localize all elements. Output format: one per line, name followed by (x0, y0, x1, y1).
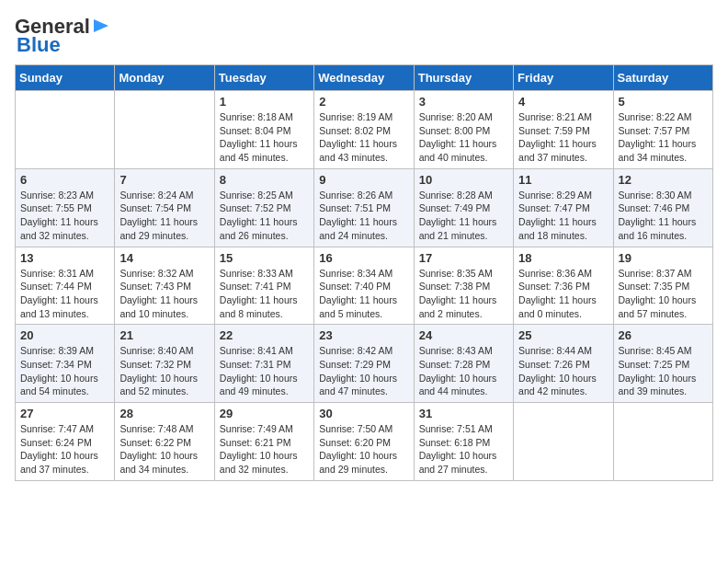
day-number: 29 (220, 407, 309, 420)
day-detail: Sunrise: 8:36 AMSunset: 7:36 PMDaylight:… (518, 267, 608, 321)
calendar-cell: 5Sunrise: 8:22 AMSunset: 7:57 PMDaylight… (613, 91, 712, 169)
logo-blue: Blue (17, 33, 61, 57)
day-number: 21 (119, 328, 209, 342)
day-detail: Sunrise: 8:41 AMSunset: 7:31 PMDaylight:… (220, 344, 309, 398)
calendar-cell: 29Sunrise: 7:49 AMSunset: 6:21 PMDayligh… (214, 403, 313, 481)
day-number: 24 (419, 328, 508, 342)
calendar-header-thursday: Thursday (414, 65, 513, 91)
day-number: 8 (220, 173, 309, 187)
calendar-cell: 19Sunrise: 8:37 AMSunset: 7:35 PMDayligh… (613, 247, 712, 325)
day-detail: Sunrise: 8:37 AMSunset: 7:35 PMDaylight:… (619, 267, 708, 321)
day-number: 5 (619, 95, 708, 109)
calendar-cell (514, 403, 613, 481)
day-number: 16 (319, 251, 408, 265)
calendar-cell: 23Sunrise: 8:42 AMSunset: 7:29 PMDayligh… (314, 325, 414, 403)
calendar-cell: 24Sunrise: 8:43 AMSunset: 7:28 PMDayligh… (414, 325, 513, 403)
day-detail: Sunrise: 8:43 AMSunset: 7:28 PMDaylight:… (419, 344, 508, 398)
day-number: 27 (20, 407, 109, 420)
day-number: 11 (518, 173, 608, 187)
day-detail: Sunrise: 7:47 AMSunset: 6:24 PMDaylight:… (20, 422, 109, 477)
calendar-week-5: 27Sunrise: 7:47 AMSunset: 6:24 PMDayligh… (16, 403, 713, 481)
day-number: 19 (619, 251, 708, 265)
day-number: 14 (119, 251, 209, 265)
day-detail: Sunrise: 8:26 AMSunset: 7:51 PMDaylight:… (319, 189, 408, 243)
day-detail: Sunrise: 8:30 AMSunset: 7:46 PMDaylight:… (619, 189, 708, 243)
calendar-cell: 1Sunrise: 8:18 AMSunset: 8:04 PMDaylight… (214, 91, 313, 169)
calendar-cell: 28Sunrise: 7:48 AMSunset: 6:22 PMDayligh… (115, 403, 214, 481)
calendar-cell (613, 403, 712, 481)
day-detail: Sunrise: 8:23 AMSunset: 7:55 PMDaylight:… (20, 189, 109, 243)
calendar-cell: 16Sunrise: 8:34 AMSunset: 7:40 PMDayligh… (314, 247, 414, 325)
day-detail: Sunrise: 8:29 AMSunset: 7:47 PMDaylight:… (518, 189, 608, 243)
day-detail: Sunrise: 8:35 AMSunset: 7:38 PMDaylight:… (419, 267, 508, 321)
day-number: 6 (20, 173, 109, 187)
calendar-header-sunday: Sunday (16, 65, 115, 91)
calendar-cell: 22Sunrise: 8:41 AMSunset: 7:31 PMDayligh… (214, 325, 313, 403)
calendar-cell: 7Sunrise: 8:24 AMSunset: 7:54 PMDaylight… (115, 168, 214, 247)
svg-marker-0 (94, 19, 108, 32)
calendar-cell: 14Sunrise: 8:32 AMSunset: 7:43 PMDayligh… (115, 247, 214, 325)
calendar-header-monday: Monday (115, 65, 214, 91)
calendar-cell: 31Sunrise: 7:51 AMSunset: 6:18 PMDayligh… (414, 403, 513, 481)
day-number: 30 (319, 407, 408, 420)
day-number: 2 (319, 95, 408, 109)
calendar-week-4: 20Sunrise: 8:39 AMSunset: 7:34 PMDayligh… (16, 325, 713, 403)
calendar-header-row: SundayMondayTuesdayWednesdayThursdayFrid… (16, 65, 713, 91)
calendar-header-friday: Friday (514, 65, 613, 91)
day-detail: Sunrise: 7:50 AMSunset: 6:20 PMDaylight:… (319, 422, 408, 477)
calendar-cell: 18Sunrise: 8:36 AMSunset: 7:36 PMDayligh… (514, 247, 613, 325)
day-detail: Sunrise: 8:21 AMSunset: 7:59 PMDaylight:… (518, 110, 608, 165)
calendar-header-saturday: Saturday (613, 65, 712, 91)
day-number: 23 (319, 328, 408, 342)
day-detail: Sunrise: 7:48 AMSunset: 6:22 PMDaylight:… (119, 422, 209, 477)
day-number: 10 (419, 173, 508, 187)
calendar-cell: 8Sunrise: 8:25 AMSunset: 7:52 PMDaylight… (214, 168, 313, 247)
calendar-header-tuesday: Tuesday (214, 65, 313, 91)
day-number: 20 (20, 328, 109, 342)
day-detail: Sunrise: 8:42 AMSunset: 7:29 PMDaylight:… (319, 344, 408, 398)
day-number: 22 (220, 328, 309, 342)
calendar-table: SundayMondayTuesdayWednesdayThursdayFrid… (15, 64, 713, 481)
calendar-cell: 21Sunrise: 8:40 AMSunset: 7:32 PMDayligh… (115, 325, 214, 403)
calendar-cell: 3Sunrise: 8:20 AMSunset: 8:00 PMDaylight… (414, 91, 513, 169)
calendar-week-2: 6Sunrise: 8:23 AMSunset: 7:55 PMDaylight… (16, 168, 713, 247)
day-detail: Sunrise: 8:28 AMSunset: 7:49 PMDaylight:… (419, 189, 508, 243)
calendar-cell: 2Sunrise: 8:19 AMSunset: 8:02 PMDaylight… (314, 91, 414, 169)
calendar-header-wednesday: Wednesday (314, 65, 414, 91)
day-detail: Sunrise: 8:39 AMSunset: 7:34 PMDaylight:… (20, 344, 109, 398)
calendar-cell: 20Sunrise: 8:39 AMSunset: 7:34 PMDayligh… (16, 325, 115, 403)
day-detail: Sunrise: 8:24 AMSunset: 7:54 PMDaylight:… (119, 189, 209, 243)
calendar-cell: 10Sunrise: 8:28 AMSunset: 7:49 PMDayligh… (414, 168, 513, 247)
calendar-cell: 15Sunrise: 8:33 AMSunset: 7:41 PMDayligh… (214, 247, 313, 325)
day-number: 28 (119, 407, 209, 420)
calendar-cell: 30Sunrise: 7:50 AMSunset: 6:20 PMDayligh… (314, 403, 414, 481)
day-number: 12 (619, 173, 708, 187)
calendar-cell: 12Sunrise: 8:30 AMSunset: 7:46 PMDayligh… (613, 168, 712, 247)
day-number: 18 (518, 251, 608, 265)
day-detail: Sunrise: 7:51 AMSunset: 6:18 PMDaylight:… (419, 422, 508, 477)
day-number: 4 (518, 95, 608, 109)
day-number: 31 (419, 407, 508, 420)
day-detail: Sunrise: 8:34 AMSunset: 7:40 PMDaylight:… (319, 267, 408, 321)
calendar-cell (16, 91, 115, 169)
day-number: 25 (518, 328, 608, 342)
day-number: 15 (220, 251, 309, 265)
calendar-week-3: 13Sunrise: 8:31 AMSunset: 7:44 PMDayligh… (16, 247, 713, 325)
day-detail: Sunrise: 8:33 AMSunset: 7:41 PMDaylight:… (220, 267, 309, 321)
calendar-cell: 26Sunrise: 8:45 AMSunset: 7:25 PMDayligh… (613, 325, 712, 403)
calendar-cell: 17Sunrise: 8:35 AMSunset: 7:38 PMDayligh… (414, 247, 513, 325)
calendar-cell: 9Sunrise: 8:26 AMSunset: 7:51 PMDaylight… (314, 168, 414, 247)
day-number: 26 (619, 328, 708, 342)
calendar-cell: 13Sunrise: 8:31 AMSunset: 7:44 PMDayligh… (16, 247, 115, 325)
day-detail: Sunrise: 8:18 AMSunset: 8:04 PMDaylight:… (220, 110, 309, 165)
day-detail: Sunrise: 8:25 AMSunset: 7:52 PMDaylight:… (220, 189, 309, 243)
page-header: General Blue (15, 15, 713, 57)
calendar-cell: 25Sunrise: 8:44 AMSunset: 7:26 PMDayligh… (514, 325, 613, 403)
calendar-cell: 27Sunrise: 7:47 AMSunset: 6:24 PMDayligh… (16, 403, 115, 481)
calendar-cell: 4Sunrise: 8:21 AMSunset: 7:59 PMDaylight… (514, 91, 613, 169)
day-number: 1 (220, 95, 309, 109)
calendar-week-1: 1Sunrise: 8:18 AMSunset: 8:04 PMDaylight… (16, 91, 713, 169)
day-detail: Sunrise: 8:32 AMSunset: 7:43 PMDaylight:… (119, 267, 209, 321)
calendar-cell: 11Sunrise: 8:29 AMSunset: 7:47 PMDayligh… (514, 168, 613, 247)
day-detail: Sunrise: 8:22 AMSunset: 7:57 PMDaylight:… (619, 110, 708, 165)
